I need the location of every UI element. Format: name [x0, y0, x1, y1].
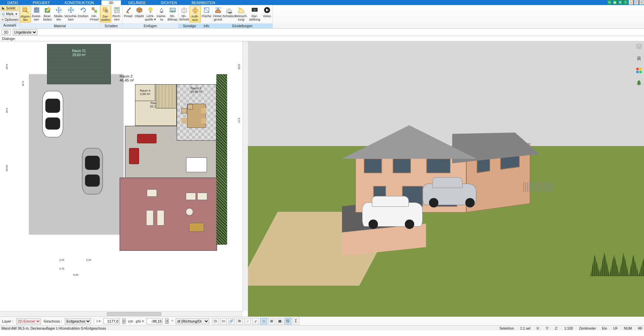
floorplan-view[interactable]: Raum 2129,63 m² Raum 120,11 m² Raum 42,8…: [0, 41, 248, 317]
status-num: NUM: [624, 326, 632, 330]
beleuchtung-button[interactable]: Beleuch- tung: [234, 6, 248, 22]
objekt-button[interactable]: Objekt: [134, 6, 145, 18]
status-z: Z:: [555, 326, 558, 330]
phi-spinner[interactable]: ▴▾: [165, 319, 169, 324]
svg-rect-27: [636, 68, 639, 70]
cursor-icon[interactable]: Ꮖ: [293, 318, 299, 325]
zuweisen-button[interactable]: Zuwei- sen: [31, 6, 42, 22]
lichtquelle-button[interactable]: Licht- quelle ▾: [145, 6, 156, 22]
status-zoom: 1:100: [564, 326, 573, 330]
rechnen-button[interactable]: Rech- nen: [111, 6, 122, 22]
snap-grid2-icon[interactable]: ▦: [276, 318, 283, 325]
group-label-sonstige: Sonstige: [178, 23, 201, 28]
dim-label: 5,76: [59, 267, 65, 270]
status-left: Wand AW 36,5 m, Deckenauflager L=Konstru…: [1, 326, 106, 330]
hedge-right: [216, 74, 227, 245]
svg-rect-18: [192, 9, 198, 11]
minimize-icon[interactable]: –: [629, 0, 633, 5]
verschieben-button[interactable]: Verschie- ben: [64, 6, 78, 22]
dl-select[interactable]: dl (Richtung/Di: [176, 318, 209, 324]
dim-label: 4,60: [5, 108, 8, 113]
scrollbar-horizontal[interactable]: [0, 311, 243, 317]
options-button[interactable]: +Optionen: [1, 17, 18, 22]
kollision-button[interactable]: Kolli- sion: [189, 6, 201, 22]
menu-tab-gelaende[interactable]: GELÄNDE: [121, 0, 154, 5]
svg-point-21: [228, 12, 232, 13]
monitor-icon[interactable]: ▭: [220, 318, 227, 325]
snap-angle-icon[interactable]: ⟋: [244, 318, 251, 325]
snap-grid1-icon[interactable]: ⊞: [268, 318, 275, 325]
right-toolbar: [635, 43, 643, 86]
dim-label: 6,00: [5, 64, 8, 69]
svg-rect-20: [215, 7, 221, 8]
clock-icon[interactable]: ◷: [212, 318, 219, 325]
darstellung-button[interactable]: Dar- stellung: [248, 6, 261, 22]
length-spinner[interactable]: ▴▾: [122, 319, 126, 324]
layer-select[interactable]: 2D-Elemen: [16, 318, 41, 324]
layers-icon[interactable]: [635, 43, 643, 50]
select-button[interactable]: Selekt: [1, 6, 18, 11]
length-label: l =: [97, 319, 101, 323]
3d-bitmap-button[interactable]: 3D- Bitmap: [167, 6, 178, 22]
hintergrund-button[interactable]: Hinter- grund: [212, 6, 223, 22]
svg-point-16: [171, 9, 172, 10]
svg-rect-26: [637, 59, 641, 60]
menu-tab-sichten[interactable]: SICHTEN: [153, 0, 184, 5]
chair-icon[interactable]: [635, 55, 643, 62]
layer-dropdown[interactable]: Urgelände: [13, 29, 37, 35]
link-icon[interactable]: 🔗: [228, 318, 235, 325]
darstellen-button[interactable]: Dar- stellen: [100, 6, 111, 22]
menu-tab-bearbeiten[interactable]: BEARBEITEN: [184, 0, 223, 5]
gear-icon[interactable]: ⚙: [618, 0, 622, 5]
abgreifen-button[interactable]: Abgrei- fen: [20, 6, 31, 22]
sofa-2: [129, 148, 139, 164]
group-label-info: Info: [201, 23, 212, 28]
room-3: Raum 325,90 m²: [177, 84, 216, 141]
dim-label: 2,26: [59, 258, 65, 261]
box-icon[interactable]: ▣: [612, 0, 617, 5]
schatten-einst-button[interactable]: Schatten: [223, 6, 234, 18]
mark-button[interactable]: Mark. ▾: [1, 11, 18, 16]
car-grey: [82, 148, 103, 194]
dim-label: 6,97: [238, 118, 241, 123]
scrollbar-vertical[interactable]: [243, 41, 248, 311]
sofa-1: [137, 134, 157, 143]
maximize-icon[interactable]: □: [634, 0, 639, 5]
help-icon[interactable]: ?: [623, 0, 628, 5]
menu-tab-datei[interactable]: DATEI: [0, 0, 26, 5]
bearbeiten-button[interactable]: Bear- beiten: [42, 6, 53, 22]
sync-icon[interactable]: ⟲: [607, 0, 612, 5]
3d-schnitt-button[interactable]: 3D- Schnitt: [178, 6, 189, 22]
svg-rect-29: [636, 71, 639, 73]
close-icon[interactable]: ×: [639, 0, 644, 5]
boxes-icon[interactable]: ⧉: [236, 318, 243, 325]
drehen-button[interactable]: Drehen: [78, 6, 89, 18]
snap-parallel-icon[interactable]: ⫽: [252, 318, 259, 325]
menu-tab-konstruktion[interactable]: KONSTRUKTION: [57, 0, 101, 5]
kamera-button[interactable]: Kame- ra: [156, 6, 167, 22]
staircase: [156, 84, 177, 108]
tree-icon[interactable]: [635, 79, 643, 86]
palette-icon[interactable]: [635, 67, 643, 74]
snap-endpoint-icon[interactable]: ◇: [260, 318, 267, 325]
length-input[interactable]: [103, 318, 120, 324]
view-mode-3d[interactable]: 3D: [1, 30, 11, 35]
status-bar: Wand AW 36,5 m, Deckenauflager L=Konstru…: [0, 325, 644, 331]
dialoge-bar: Dialoge:: [0, 36, 644, 41]
status-selektion: Selektion: [500, 326, 514, 330]
hinpinsel-button[interactable]: Hin. Pinsel: [89, 6, 100, 22]
geschoss-select[interactable]: Erdgeschos: [65, 318, 91, 324]
group-label-material: Material: [20, 23, 100, 28]
3d-view[interactable]: [248, 41, 644, 317]
menu-tab-3d[interactable]: 3D: [101, 0, 121, 5]
group-label-einst: Einstellungen: [212, 23, 272, 28]
snap-icons: ◷ ▭ 🔗 ⧉ ⟋ ⫽ ◇ ⊞ ▦ Ⓝ Ꮖ: [212, 318, 299, 325]
menu-tab-projekt[interactable]: PROJEKT: [26, 0, 57, 5]
snap-circle-icon[interactable]: Ⓝ: [285, 318, 291, 325]
flaeche-button[interactable]: Fläche: [201, 6, 212, 18]
video-button[interactable]: Video: [261, 6, 272, 18]
dim-label: 10,81: [5, 165, 8, 172]
phi-input[interactable]: [146, 318, 163, 324]
skalieren-button[interactable]: Skalie- ren: [53, 6, 64, 22]
pinsel-button[interactable]: Pinsel: [123, 6, 134, 18]
